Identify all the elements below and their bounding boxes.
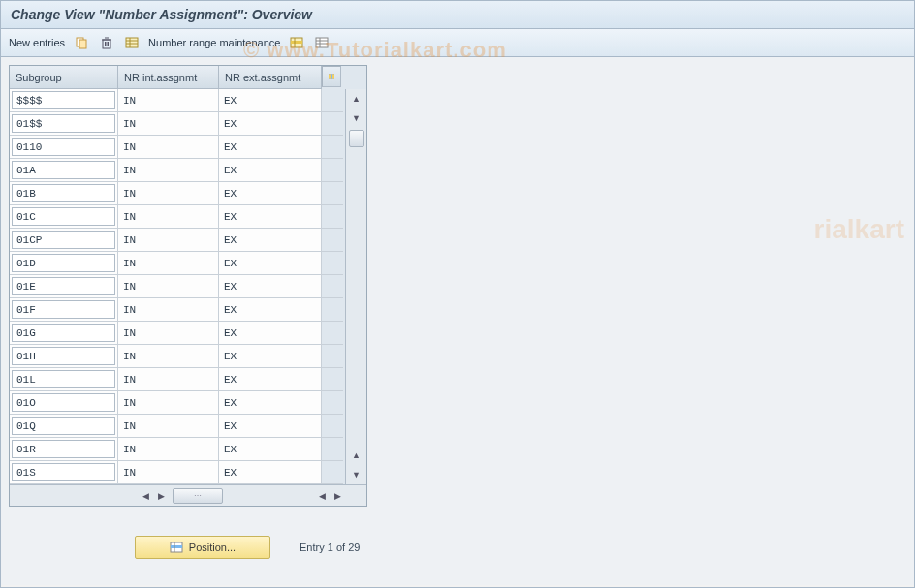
table-row[interactable]: INEX (10, 252, 345, 275)
copy-icon[interactable] (73, 34, 90, 51)
table-row[interactable]: INEX (10, 89, 345, 112)
select-block-icon[interactable] (288, 34, 305, 51)
subgroup-input[interactable] (12, 417, 115, 435)
cell-nr-int[interactable]: IN (118, 345, 219, 368)
column-header-subgroup[interactable]: Subgroup (10, 66, 118, 89)
column-header-nr-ext[interactable]: NR ext.assgnmt (219, 66, 322, 89)
cell-nr-ext[interactable]: EX (219, 275, 322, 298)
table-row[interactable]: INEX (10, 461, 345, 484)
cell-nr-ext[interactable]: EX (219, 112, 322, 136)
subgroup-input[interactable] (12, 300, 115, 319)
table-row[interactable]: INEX (10, 438, 345, 461)
cell-subgroup[interactable] (10, 112, 118, 136)
cell-nr-ext[interactable]: EX (219, 136, 322, 159)
cell-nr-ext[interactable]: EX (219, 415, 322, 438)
scroll-right-icon[interactable]: ▶ (153, 488, 169, 504)
vertical-scrollbar[interactable]: ▲ ▼ ▲ ▼ (345, 89, 366, 484)
table-row[interactable]: INEX (10, 391, 345, 415)
cell-nr-ext[interactable]: EX (219, 461, 322, 484)
cell-nr-int[interactable]: IN (118, 415, 219, 438)
cell-nr-int[interactable]: IN (118, 136, 219, 159)
subgroup-input[interactable] (12, 91, 115, 109)
cell-nr-int[interactable]: IN (118, 368, 219, 391)
cell-subgroup[interactable] (10, 345, 118, 368)
cell-nr-ext[interactable]: EX (219, 368, 322, 391)
scroll-up-bottom-icon[interactable]: ▲ (348, 447, 365, 464)
cell-nr-ext[interactable]: EX (219, 159, 322, 182)
table-row[interactable]: INEX (10, 322, 345, 345)
table-row[interactable]: INEX (10, 415, 345, 438)
scroll-down-bottom-icon[interactable]: ▼ (348, 466, 365, 483)
cell-subgroup[interactable] (10, 205, 118, 229)
new-entries-button[interactable]: New entries (9, 37, 65, 48)
cell-nr-int[interactable]: IN (118, 461, 219, 484)
cell-subgroup[interactable] (10, 229, 118, 252)
cell-nr-int[interactable]: IN (118, 298, 219, 322)
subgroup-input[interactable] (12, 184, 115, 202)
cell-nr-ext[interactable]: EX (219, 229, 322, 252)
subgroup-input[interactable] (12, 370, 115, 388)
cell-subgroup[interactable] (10, 136, 118, 159)
table-row[interactable]: INEX (10, 136, 345, 159)
cell-nr-ext[interactable]: EX (219, 89, 322, 112)
cell-nr-int[interactable]: IN (118, 229, 219, 252)
cell-nr-ext[interactable]: EX (219, 205, 322, 229)
cell-subgroup[interactable] (10, 438, 118, 461)
cell-nr-ext[interactable]: EX (219, 298, 322, 322)
subgroup-input[interactable] (12, 254, 115, 272)
table-row[interactable]: INEX (10, 205, 345, 229)
table-config-icon[interactable] (322, 66, 341, 87)
subgroup-input[interactable] (12, 347, 115, 365)
subgroup-input[interactable] (12, 114, 115, 133)
scroll-right-end-icon[interactable]: ▶ (330, 488, 345, 504)
subgroup-input[interactable] (12, 207, 115, 226)
scroll-left-end-icon[interactable]: ◀ (314, 488, 330, 504)
table-row[interactable]: INEX (10, 182, 345, 205)
cell-subgroup[interactable] (10, 322, 118, 345)
cell-nr-int[interactable]: IN (118, 391, 219, 415)
cell-nr-int[interactable]: IN (118, 89, 219, 112)
deselect-all-icon[interactable] (313, 34, 331, 51)
subgroup-input[interactable] (12, 277, 115, 295)
table-row[interactable]: INEX (10, 298, 345, 322)
cell-subgroup[interactable] (10, 368, 118, 391)
cell-subgroup[interactable] (10, 461, 118, 484)
cell-nr-ext[interactable]: EX (219, 391, 322, 415)
subgroup-input[interactable] (12, 324, 115, 342)
cell-nr-int[interactable]: IN (118, 205, 219, 229)
cell-nr-int[interactable]: IN (118, 112, 219, 136)
position-button[interactable]: Position... (135, 536, 270, 559)
subgroup-input[interactable] (12, 440, 115, 458)
table-row[interactable]: INEX (10, 112, 345, 136)
scroll-up-icon[interactable]: ▲ (348, 90, 365, 108)
scroll-left-icon[interactable]: ◀ (138, 488, 153, 504)
scroll-track[interactable] (346, 128, 366, 446)
column-header-nr-int[interactable]: NR int.assgnmt (118, 66, 219, 89)
cell-nr-ext[interactable]: EX (219, 322, 322, 345)
cell-nr-ext[interactable]: EX (219, 252, 322, 275)
table-row[interactable]: INEX (10, 159, 345, 182)
subgroup-input[interactable] (12, 161, 115, 179)
table-row[interactable]: INEX (10, 275, 345, 298)
cell-nr-ext[interactable]: EX (219, 182, 322, 205)
cell-subgroup[interactable] (10, 159, 118, 182)
scroll-down-icon[interactable]: ▼ (348, 109, 365, 127)
select-all-icon[interactable] (123, 34, 141, 51)
cell-subgroup[interactable] (10, 391, 118, 415)
table-row[interactable]: INEX (10, 368, 345, 391)
number-range-maintenance-button[interactable]: Number range maintenance (148, 37, 280, 48)
cell-subgroup[interactable] (10, 415, 118, 438)
delete-icon[interactable] (98, 34, 115, 51)
cell-nr-int[interactable]: IN (118, 438, 219, 461)
subgroup-input[interactable] (12, 138, 115, 156)
cell-nr-int[interactable]: IN (118, 159, 219, 182)
hscroll-thumb[interactable]: ⋯ (173, 488, 223, 504)
subgroup-input[interactable] (12, 393, 115, 412)
horizontal-scrollbar[interactable]: ◀ ▶ ⋯ ◀ ▶ (10, 484, 366, 506)
cell-nr-int[interactable]: IN (118, 275, 219, 298)
cell-nr-int[interactable]: IN (118, 252, 219, 275)
scroll-thumb[interactable] (349, 130, 364, 147)
cell-subgroup[interactable] (10, 298, 118, 322)
cell-nr-ext[interactable]: EX (219, 345, 322, 368)
cell-nr-ext[interactable]: EX (219, 438, 322, 461)
